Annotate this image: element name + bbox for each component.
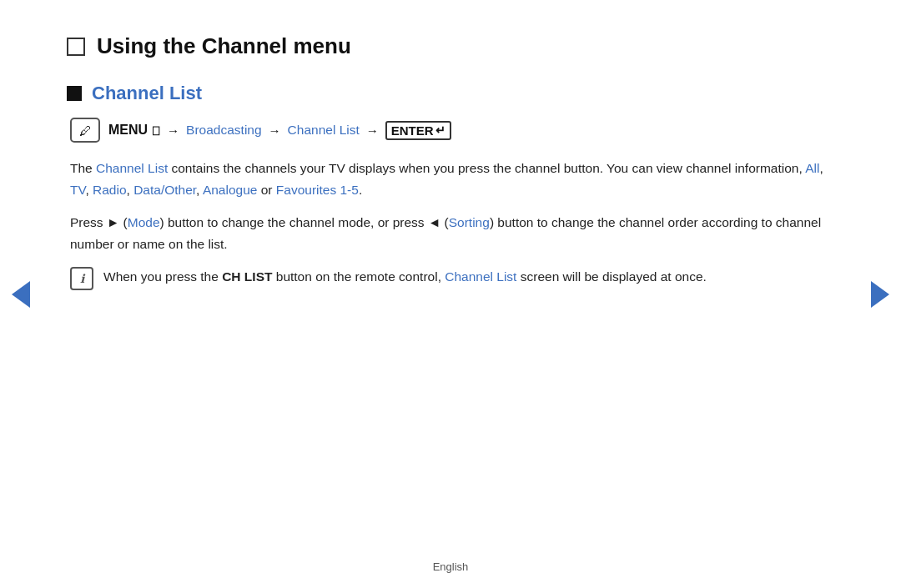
page-title-row: Using the Channel menu bbox=[67, 33, 834, 59]
checkbox-icon bbox=[67, 38, 85, 56]
note-text3: screen will be displayed at once. bbox=[516, 269, 706, 284]
note-text2: button on the remote control, bbox=[272, 269, 445, 284]
body-p1-period: . bbox=[359, 183, 362, 197]
body-p1-link7: Favourites 1-5 bbox=[276, 183, 359, 197]
menu-step1: Broadcasting bbox=[186, 123, 261, 138]
body-p1-link4: Radio bbox=[93, 183, 127, 197]
enter-return-symbol: ↵ bbox=[435, 123, 445, 137]
body-paragraph1: The Channel List contains the channels y… bbox=[70, 158, 834, 200]
enter-label: ENTER bbox=[391, 123, 434, 138]
arrow1: → bbox=[167, 123, 179, 138]
body-p1-link2: All bbox=[805, 161, 819, 175]
menu-hand-icon: 🖊 bbox=[70, 118, 100, 143]
body-paragraph2: Press ► (Mode) button to change the chan… bbox=[70, 212, 834, 254]
note-icon: ℹ bbox=[70, 267, 93, 290]
body-p2-link1: Mode bbox=[128, 215, 160, 229]
body-p1-link1: Channel List bbox=[96, 161, 168, 175]
body-p1-link5: Data/Other bbox=[133, 183, 196, 197]
body-p1-text3: or bbox=[257, 183, 275, 197]
note-bold1: CH LIST bbox=[222, 269, 272, 284]
nav-arrow-right[interactable] bbox=[871, 281, 889, 308]
section-title-row: Channel List bbox=[67, 83, 834, 104]
menu-label: MENU bbox=[108, 123, 148, 138]
nav-arrow-left[interactable] bbox=[12, 281, 30, 308]
body-p1-comma1: , bbox=[819, 161, 823, 175]
body-p1-comma4: , bbox=[196, 183, 203, 197]
note-text: When you press the CH LIST button on the… bbox=[103, 266, 707, 288]
menu-suffix: ⎕ bbox=[153, 124, 160, 137]
body-p1-text2: contains the channels your TV displays w… bbox=[168, 161, 805, 175]
body-p1-link3: TV bbox=[70, 183, 85, 197]
body-p2-text2: ) button to change the channel mode, or … bbox=[160, 215, 449, 229]
note-text1: When you press the bbox=[103, 269, 222, 284]
body-p1-link6: Analogue bbox=[203, 183, 258, 197]
note-row: ℹ When you press the CH LIST button on t… bbox=[70, 266, 834, 290]
arrow2: → bbox=[269, 123, 281, 138]
page-container: Using the Channel menu Channel List 🖊 ME… bbox=[0, 0, 901, 588]
page-title: Using the Channel menu bbox=[97, 33, 351, 59]
body-p2-link2: Sorting bbox=[449, 215, 490, 229]
arrow3: → bbox=[366, 123, 379, 138]
hand-symbol: 🖊 bbox=[79, 123, 92, 138]
note-link1: Channel List bbox=[445, 269, 516, 284]
body-p2-text1: Press ► ( bbox=[70, 215, 128, 229]
menu-path-row: 🖊 MENU ⎕ → Broadcasting → Channel List →… bbox=[70, 118, 834, 143]
body-p1-text1: The bbox=[70, 161, 96, 175]
footer-text: English bbox=[433, 560, 469, 573]
black-square-icon bbox=[67, 86, 82, 101]
main-content: Using the Channel menu Channel List 🖊 ME… bbox=[0, 0, 901, 552]
enter-box: ENTER↵ bbox=[385, 121, 451, 140]
body-p1-comma3: , bbox=[127, 183, 134, 197]
menu-step2: Channel List bbox=[288, 123, 360, 138]
body-p1-comma2: , bbox=[85, 183, 93, 197]
section-title: Channel List bbox=[92, 83, 202, 104]
footer: English bbox=[0, 552, 901, 588]
